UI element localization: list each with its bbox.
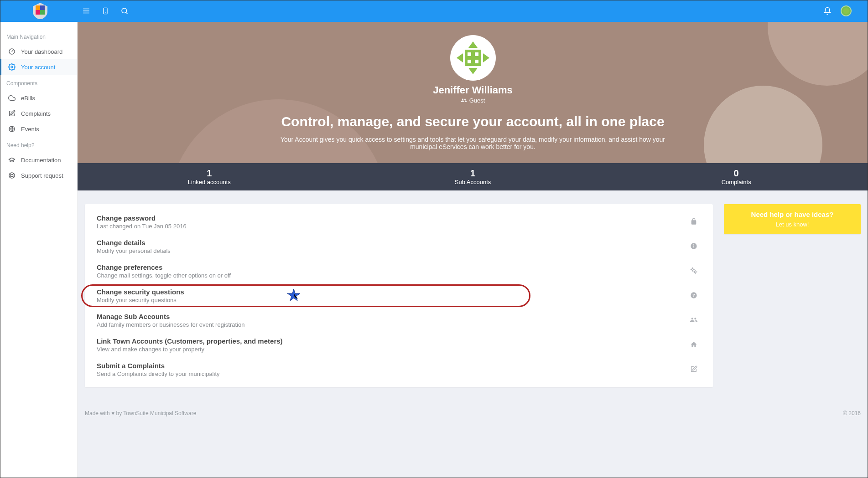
stat-label: Sub Accounts [455, 179, 491, 185]
footer-left: Made with ♥ by TownSuite Municipal Softw… [85, 410, 196, 416]
svg-line-12 [12, 50, 13, 51]
svg-marker-28 [468, 68, 478, 74]
main-content: Jeniffer Williams Guest Control, manage,… [78, 22, 868, 478]
cloud-icon [8, 94, 16, 102]
option-title: Link Town Accounts (Customers, propertie… [97, 337, 689, 345]
footer-right: © 2016 [843, 410, 861, 416]
option-desc: Send a Complaints directly to your munic… [97, 370, 689, 377]
option-title: Submit a Complaints [97, 362, 689, 370]
stat-complaints[interactable]: 0Complaints [604, 163, 868, 190]
stats-bar: 1Linked accounts1Sub Accounts0Complaints [78, 163, 868, 190]
svg-rect-32 [693, 245, 694, 247]
option-title: Change details [97, 239, 689, 247]
option-desc: Last changed on Tue Jan 05 2016 [97, 223, 689, 230]
svg-line-21 [13, 173, 14, 175]
option-change-details[interactable]: Change detailsModify your personal detai… [85, 234, 713, 259]
svg-rect-22 [465, 50, 481, 66]
sidebar-heading: Main Navigation [0, 28, 77, 44]
help-card-title: Need help or have ideas? [733, 211, 852, 218]
sidebar-item-documentation[interactable]: Documentation [0, 152, 77, 168]
sidebar-item-events[interactable]: Events [0, 121, 77, 137]
option-change-security-questions[interactable]: Change security questionsModify your sec… [85, 283, 713, 308]
question-icon: ? [689, 292, 698, 300]
user-avatar-large [450, 35, 496, 81]
svg-rect-7 [104, 8, 107, 14]
edit-icon [8, 110, 16, 117]
edit-icon [689, 365, 698, 374]
stat-label: Linked accounts [188, 179, 231, 185]
stat-sub-accounts[interactable]: 1Sub Accounts [341, 163, 605, 190]
grad-cap-icon [8, 156, 16, 164]
stat-value: 0 [734, 168, 739, 179]
option-title: Change password [97, 214, 689, 222]
footer-link[interactable]: TownSuite Municipal Software [123, 410, 196, 416]
toolbar-icons [82, 7, 129, 15]
option-desc: Modify your personal details [97, 247, 689, 254]
sidebar-item-support-request[interactable]: Support request [0, 168, 77, 183]
info-icon [689, 242, 698, 251]
mobile-icon[interactable] [101, 7, 109, 15]
sidebar-item-your-dashboard[interactable]: Your dashboard [0, 44, 77, 59]
user-avatar-small[interactable] [841, 5, 852, 16]
menu-icon[interactable] [82, 7, 90, 15]
help-card-link[interactable]: Let us know! [733, 221, 852, 228]
svg-point-13 [11, 66, 13, 68]
topbar [0, 0, 868, 22]
stat-value: 1 [207, 168, 212, 179]
cogs-icon [689, 267, 698, 276]
svg-point-35 [694, 271, 696, 272]
svg-point-34 [691, 268, 693, 270]
hero-user-role: Guest [461, 97, 485, 104]
option-manage-sub-accounts[interactable]: Manage Sub AccountsAdd family members or… [85, 308, 713, 333]
svg-rect-26 [475, 60, 478, 63]
hero-banner: Jeniffer Williams Guest Control, manage,… [78, 22, 868, 163]
footer: Made with ♥ by TownSuite Municipal Softw… [78, 403, 868, 424]
svg-line-10 [126, 12, 128, 14]
sidebar: Main NavigationYour dashboardYour accoun… [0, 22, 78, 478]
option-title: Change preferences [97, 263, 689, 271]
sidebar-heading: Need help? [0, 137, 77, 152]
option-submit-a-complaints[interactable]: Submit a ComplaintsSend a Complaints dir… [85, 357, 713, 382]
svg-rect-2 [36, 10, 40, 15]
option-desc: Change mail settings, toggle other optio… [97, 272, 689, 279]
users-icon [689, 316, 698, 325]
hero-subtitle: Your Account gives you quick access to s… [268, 136, 678, 150]
option-link-town-accounts-customers-properties-and-meters-[interactable]: Link Town Accounts (Customers, propertie… [85, 333, 713, 357]
svg-marker-29 [457, 53, 463, 62]
svg-line-19 [13, 176, 14, 178]
bell-icon[interactable] [823, 7, 832, 15]
option-desc: Add family members or businesses for eve… [97, 321, 689, 328]
svg-rect-33 [693, 244, 694, 245]
hero-title: Control, manage, and secure your account… [281, 114, 664, 129]
option-desc: View and make changes to your property [97, 346, 689, 353]
option-change-password[interactable]: Change passwordLast changed on Tue Jan 0… [85, 210, 713, 234]
svg-marker-30 [483, 53, 489, 62]
stat-linked-accounts[interactable]: 1Linked accounts [78, 163, 341, 190]
svg-rect-3 [40, 10, 45, 15]
sidebar-item-label: Documentation [21, 157, 61, 164]
svg-text:?: ? [692, 293, 695, 298]
home-icon [689, 341, 698, 350]
lock-icon [689, 218, 698, 226]
option-change-preferences[interactable]: Change preferencesChange mail settings, … [85, 259, 713, 283]
gauge-icon [8, 48, 16, 55]
help-card[interactable]: Need help or have ideas? Let us know! [724, 204, 861, 234]
sidebar-item-label: Support request [21, 172, 63, 179]
sidebar-item-label: Events [21, 126, 39, 133]
app-logo[interactable] [30, 1, 50, 21]
search-icon[interactable] [120, 7, 129, 15]
hero-user-name: Jeniffer Williams [433, 84, 513, 96]
svg-rect-24 [475, 52, 478, 56]
calendar-globe-icon [8, 125, 16, 133]
sidebar-item-complaints[interactable]: Complaints [0, 106, 77, 121]
sidebar-item-label: Your account [21, 64, 55, 71]
svg-rect-0 [36, 5, 40, 10]
stat-value: 1 [470, 168, 475, 179]
topbar-right [823, 5, 852, 16]
option-title: Manage Sub Accounts [97, 313, 689, 320]
sidebar-item-label: Your dashboard [21, 48, 62, 55]
heart-icon: ♥ [111, 410, 114, 416]
stat-label: Complaints [722, 179, 751, 185]
sidebar-item-your-account[interactable]: Your account [0, 59, 77, 75]
sidebar-item-ebills[interactable]: eBills [0, 90, 77, 106]
